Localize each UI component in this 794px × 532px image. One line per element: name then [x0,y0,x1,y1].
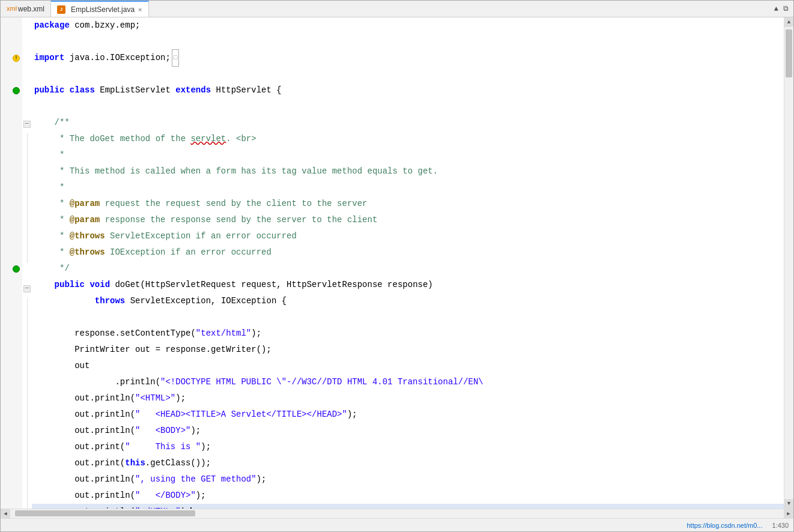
line-26-content: out.println(" <BODY>"); [32,423,201,439]
scroll-down-button[interactable]: ▼ [784,499,794,509]
fold-row-19 [27,314,28,330]
fold-row-10 [27,166,28,182]
fold-collapse-javadoc[interactable]: − [23,121,31,128]
code-line-21: PrintWriter out = response.getWriter(); [32,342,784,358]
fold-row-3 [22,50,32,66]
code-line-31: out.println("</HTML>"); [32,504,784,509]
window-controls: ▲ ⧉ [772,1,793,17]
status-url: https://blog.csdn.net/m0... [687,522,763,529]
line-17-content: public void doGet(HttpServletRequest req… [32,277,433,293]
horizontal-scrollbar[interactable]: ◀ ▶ [1,509,793,518]
code-line-27: out.print(" This is "); [32,439,784,455]
code-line-12: * @param request the request send by the… [32,196,784,212]
line-22-content: out [32,358,89,374]
fold-row-12 [27,198,28,214]
fold-row-23 [27,379,28,395]
line-18-content: throws ServletException, IOException { [32,293,286,309]
fold-row-26 [27,428,28,444]
fold-row-4 [22,66,32,82]
scroll-left-button[interactable]: ◀ [1,509,10,519]
code-line-2 [32,34,784,50]
tab-emplistservlet[interactable]: J EmpListServlet.java × [51,1,148,17]
status-line-col: 1:430 [772,522,789,529]
code-line-19 [32,309,784,325]
fold-row-28 [27,460,28,476]
h-scroll-thumb[interactable] [15,510,195,516]
scroll-right-button[interactable]: ▶ [784,509,793,519]
lm-row-26 [1,407,22,423]
code-line-6 [32,98,784,115]
line-14-content: * @throws ServletException if an error o… [32,228,297,244]
code-line-8: * The doGet method of the servlet. <br> [32,131,784,147]
fold-row-21 [27,346,28,363]
line-6-content [32,98,39,115]
h-scroll-track[interactable] [10,509,784,518]
fold-row-9 [27,150,28,166]
lm-row-14 [1,228,22,244]
lm-row-11 [1,180,22,196]
editor-window: xml web.xml J EmpListServlet.java × ▲ ⧉ … [0,0,794,532]
tab-emplistservlet-label: EmpListServlet.java [71,5,135,14]
fold-row-30 [27,492,28,509]
code-line-23: .println("<!DOCTYPE HTML PUBLIC \"-//W3C… [32,374,784,390]
lm-row-18 [1,277,22,293]
line-8-content: * The doGet method of the servlet. <br> [32,131,256,147]
code-line-20: response.setContentType("text/html"); [32,325,784,342]
tab-bar: xml web.xml J EmpListServlet.java × ▲ ⧉ [1,1,793,17]
lm-row-7 [1,115,22,131]
lm-row-15 [1,244,22,261]
tab-web-xml[interactable]: xml web.xml [1,1,51,17]
xml-icon: xml [7,5,15,13]
lm-row-23 [1,358,22,374]
fold-row-1 [22,17,32,34]
tab-web-xml-label: web.xml [18,5,44,13]
fold-row-24 [27,395,28,411]
lm-row-25 [1,390,22,407]
code-line-26: out.println(" <BODY>"); [32,423,784,439]
lm-row-3: ! [1,50,22,66]
editor-main: ! [1,17,793,509]
lm-row-19 [1,293,22,309]
scroll-thumb[interactable] [786,29,792,77]
fold-row-14 [27,231,28,247]
lm-row-8 [1,131,22,147]
minimize-button[interactable]: ▲ [772,5,781,13]
left-margin: ! [1,17,22,509]
fold-collapse-doget[interactable]: − [23,285,31,292]
lm-row-1 [1,17,22,34]
line-20-content: response.setContentType("text/html"); [32,325,261,342]
line-30-content: out.println(" </BODY>"); [32,488,206,504]
code-lines: package com.bzxy.emp; import java.io.IOE… [32,17,784,509]
code-line-25: out.println(" <HEAD><TITLE>A Servlet</TI… [32,407,784,423]
fold-row-6 [22,98,32,115]
line-31-content: out.println("</HTML>"); [32,504,192,509]
code-line-17: public void doGet(HttpServletRequest req… [32,277,784,293]
status-bar: https://blog.csdn.net/m0... 1:430 [1,518,793,531]
code-editor[interactable]: package com.bzxy.emp; import java.io.IOE… [32,17,784,509]
scroll-up-button[interactable]: ▲ [784,17,794,27]
vertical-scrollbar[interactable]: ▲ ▼ [784,17,793,509]
line-27-content: out.print(" This is "); [32,439,211,455]
lm-row-10 [1,163,22,180]
scroll-track[interactable] [784,27,793,499]
line-7-content: /** [32,115,70,131]
code-scroll[interactable]: package com.bzxy.emp; import java.io.IOE… [32,17,784,509]
tab-close-button[interactable]: × [138,6,142,13]
fold-row-5 [22,82,32,98]
line-5-content: public class EmpListServlet extends Http… [32,82,282,98]
lm-row-12 [1,196,22,212]
fold-row-18 [27,298,28,314]
line-28-content: out.print(this.getClass()); [32,455,211,471]
code-line-3: import java.io.IOException;□ [32,50,784,66]
restore-button[interactable]: ⧉ [781,5,791,13]
code-line-1: package com.bzxy.emp; [32,17,784,34]
line-9-content: * [32,147,64,163]
line-24-content: out.println("<HTML>"); [32,390,186,407]
fold-row-11 [27,182,28,198]
lm-row-2 [1,34,22,50]
fold-row-8 [27,133,28,150]
lm-row-5 [1,82,22,98]
line-3-content: import java.io.IOException;□ [32,50,179,66]
code-line-16: */ [32,261,784,277]
method-icon [13,265,20,273]
